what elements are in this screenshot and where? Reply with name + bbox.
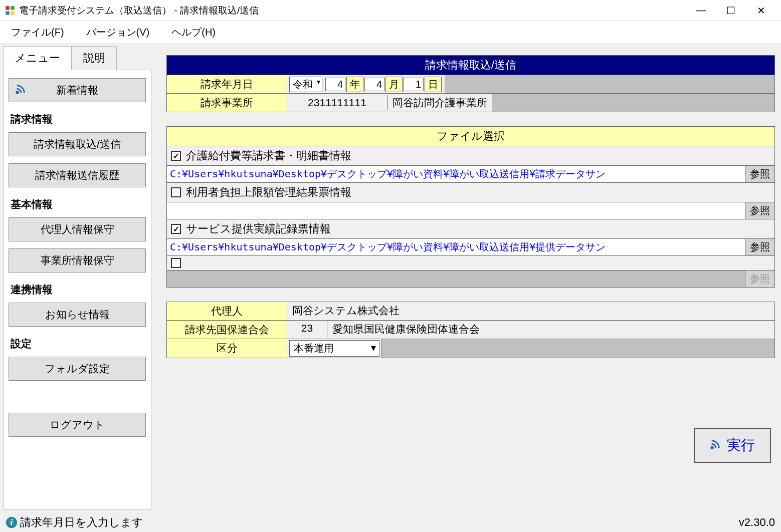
rss-icon xyxy=(15,84,26,97)
svg-rect-3 xyxy=(11,11,15,15)
sidebar-section-linkage: 連携情報 xyxy=(11,283,146,297)
file-path-row-1: 参照 xyxy=(166,202,775,219)
sidebar-btn-folder-settings[interactable]: フォルダ設定 xyxy=(9,357,146,381)
file-item-3 xyxy=(166,256,775,271)
file-path-row-2: C:¥Users¥hkutsuna¥Desktop¥デスクトップ¥障がい資料¥障… xyxy=(166,239,775,256)
file-item-1: 利用者負担上限額管理結果票情報 xyxy=(166,183,775,202)
panel-title: 請求情報取込/送信 xyxy=(166,55,775,75)
file-checkbox-2[interactable] xyxy=(171,224,181,234)
svg-point-5 xyxy=(711,447,713,449)
sidebar-btn-billing-send-history[interactable]: 請求情報送信履歴 xyxy=(9,163,146,187)
svg-rect-0 xyxy=(6,6,10,10)
label-category: 区分 xyxy=(167,339,287,358)
info-icon: i xyxy=(6,517,17,528)
menu-version[interactable]: バージョン(V) xyxy=(82,24,154,41)
office-code: 2311111111 xyxy=(287,95,387,110)
value-agent: 岡谷システム株式会社 xyxy=(287,302,774,320)
file-label-2: サービス提供実績記録票情報 xyxy=(186,221,331,236)
file-label-0: 介護給付費等請求書・明細書情報 xyxy=(186,148,351,163)
sidebar-btn-office-info-maint[interactable]: 事業所情報保守 xyxy=(9,248,146,273)
kokuho-name: 愛知県国民健康保険団体連合会 xyxy=(327,321,774,339)
status-message: 請求年月日を入力します xyxy=(20,515,143,530)
file-checkbox-1[interactable] xyxy=(171,187,181,197)
execute-label: 実行 xyxy=(727,436,755,455)
day-input[interactable]: 1 xyxy=(404,78,424,91)
row-kokuho: 請求先国保連合会 23 愛知県国民健康保険団体連合会 xyxy=(166,320,775,339)
row-billing-office: 請求事業所 2311111111 岡谷訪問介護事業所 xyxy=(166,94,775,112)
kokuho-code: 23 xyxy=(287,321,327,339)
window-controls: — ☐ ✕ xyxy=(686,0,776,21)
sidebar-btn-label: 新着情報 xyxy=(56,83,98,97)
browse-button-1[interactable]: 参照 xyxy=(745,202,774,219)
sidebar-section-settings: 設定 xyxy=(11,337,146,351)
file-path-2[interactable]: C:¥Users¥hkutsuna¥Desktop¥デスクトップ¥障がい資料¥障… xyxy=(167,239,745,255)
sidebar: 新着情報 請求情報 請求情報取込/送信 請求情報送信履歴 基本情報 代理人情報保… xyxy=(3,70,151,509)
label-billing-date: 請求年月日 xyxy=(167,75,287,93)
office-name: 岡谷訪問介護事業所 xyxy=(387,94,492,111)
era-select[interactable]: 令和 xyxy=(289,77,322,92)
label-kokuho: 請求先国保連合会 xyxy=(167,321,287,339)
browse-button-2[interactable]: 参照 xyxy=(745,239,774,255)
svg-point-4 xyxy=(17,91,19,93)
file-item-0: 介護給付費等請求書・明細書情報 xyxy=(166,146,775,166)
sidebar-tabs: メニュー 説明 xyxy=(3,46,151,70)
window-title: 電子請求受付システム（取込送信） - 請求情報取込/送信 xyxy=(19,4,686,17)
month-input[interactable]: 4 xyxy=(364,78,384,91)
sidebar-btn-billing-import-send[interactable]: 請求情報取込/送信 xyxy=(9,132,146,156)
file-checkbox-0[interactable] xyxy=(171,151,181,161)
row-agent: 代理人 岡谷システム株式会社 xyxy=(166,302,775,321)
statusbar: i 請求年月日を入力します v2.30.0 xyxy=(0,513,781,532)
day-suffix: 日 xyxy=(425,77,442,92)
month-suffix: 月 xyxy=(385,77,403,92)
sidebar-btn-logout[interactable]: ログアウト xyxy=(9,413,146,437)
category-select[interactable]: 本番運用 xyxy=(289,340,379,357)
browse-button-0[interactable]: 参照 xyxy=(745,166,774,182)
rss-icon xyxy=(710,437,721,453)
version-label: v2.30.0 xyxy=(739,516,775,529)
menu-help[interactable]: ヘルプ(H) xyxy=(167,24,220,41)
app-icon xyxy=(5,6,15,16)
file-path-0[interactable]: C:¥Users¥hkutsuna¥Desktop¥デスクトップ¥障がい資料¥障… xyxy=(167,166,745,182)
file-item-2: サービス提供実績記録票情報 xyxy=(166,219,775,239)
label-agent: 代理人 xyxy=(167,302,287,320)
file-path-row-0: C:¥Users¥hkutsuna¥Desktop¥デスクトップ¥障がい資料¥障… xyxy=(166,166,775,183)
sidebar-btn-notice-info[interactable]: お知らせ情報 xyxy=(9,303,146,327)
row-billing-date: 請求年月日 令和 4 年 4 月 1 日 xyxy=(166,75,775,94)
menu-file[interactable]: ファイル(F) xyxy=(7,24,68,41)
sidebar-section-basic: 基本情報 xyxy=(11,197,146,211)
execute-button[interactable]: 実行 xyxy=(694,428,771,463)
minimize-button[interactable]: — xyxy=(686,0,716,21)
close-button[interactable]: ✕ xyxy=(746,0,776,21)
year-suffix: 年 xyxy=(346,77,363,92)
file-section-title: ファイル選択 xyxy=(166,126,775,146)
file-path-1[interactable] xyxy=(167,202,745,219)
menubar: ファイル(F) バージョン(V) ヘルプ(H) xyxy=(0,21,781,43)
sidebar-section-billing: 請求情報 xyxy=(11,112,146,126)
maximize-button[interactable]: ☐ xyxy=(716,0,746,21)
browse-button-3: 参照 xyxy=(745,271,774,287)
file-checkbox-3[interactable] xyxy=(171,258,181,268)
tab-description[interactable]: 説明 xyxy=(72,46,117,70)
file-path-row-3: 参照 xyxy=(166,271,775,288)
year-input[interactable]: 4 xyxy=(325,78,345,91)
svg-rect-1 xyxy=(11,6,15,10)
file-path-3 xyxy=(167,271,745,287)
row-category: 区分 本番運用 xyxy=(166,339,775,358)
sidebar-btn-agent-info-maint[interactable]: 代理人情報保守 xyxy=(9,217,146,241)
sidebar-btn-new-info[interactable]: 新着情報 xyxy=(9,78,146,102)
label-billing-office: 請求事業所 xyxy=(167,94,287,112)
window-titlebar: 電子請求受付システム（取込送信） - 請求情報取込/送信 — ☐ ✕ xyxy=(0,0,781,21)
tab-menu[interactable]: メニュー xyxy=(3,46,72,70)
svg-rect-2 xyxy=(6,11,10,15)
file-label-1: 利用者負担上限額管理結果票情報 xyxy=(186,185,351,200)
